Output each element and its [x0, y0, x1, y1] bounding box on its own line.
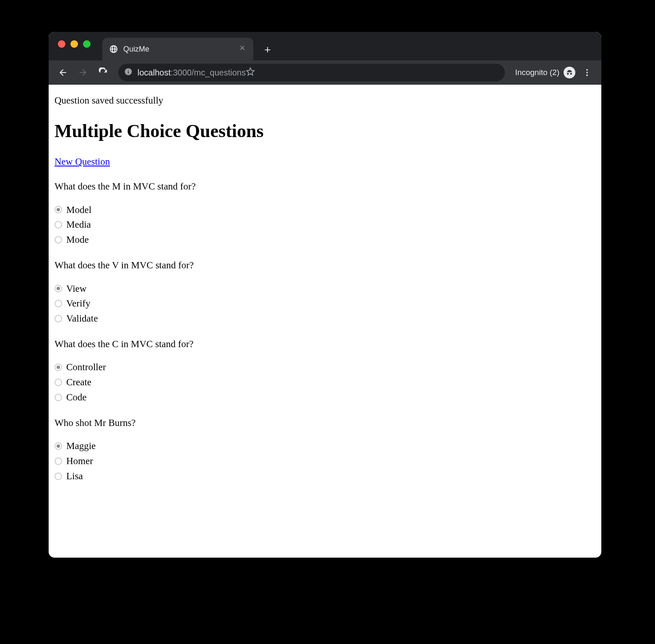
radio-icon[interactable]: [55, 206, 62, 213]
tab-close-button[interactable]: [239, 44, 247, 54]
window-minimize-button[interactable]: [70, 40, 78, 48]
url-path: :3000/mc_questions: [171, 68, 246, 78]
answer-option[interactable]: View: [55, 281, 595, 296]
svg-point-1: [586, 72, 588, 73]
browser-tab[interactable]: QuizMe: [102, 38, 253, 60]
answer-option[interactable]: Maggie: [55, 439, 595, 454]
answer-label: Homer: [66, 454, 93, 469]
window-maximize-button[interactable]: [83, 40, 91, 48]
titlebar: QuizMe +: [49, 32, 601, 60]
radio-icon[interactable]: [55, 394, 62, 401]
page-content: Question saved successfully Multiple Cho…: [49, 85, 601, 496]
question-text: What does the C in MVC stand for?: [55, 338, 595, 351]
answer-label: Lisa: [66, 469, 83, 484]
answer-label: Code: [66, 390, 87, 405]
question-text: Who shot Mr Burns?: [55, 416, 595, 429]
window-close-button[interactable]: [58, 40, 65, 48]
answer-label: Validate: [66, 311, 98, 326]
answer-option[interactable]: Mode: [55, 232, 595, 247]
answer-option[interactable]: Homer: [55, 454, 595, 469]
address-bar[interactable]: localhost:3000/mc_questions: [118, 64, 505, 81]
answer-label: Controller: [66, 360, 106, 375]
radio-icon[interactable]: [55, 221, 62, 229]
radio-icon[interactable]: [55, 379, 62, 386]
question-text: What does the V in MVC stand for?: [55, 259, 595, 272]
answer-option[interactable]: Controller: [55, 360, 595, 375]
answer-option[interactable]: Verify: [55, 296, 595, 311]
flash-message: Question saved successfully: [55, 94, 595, 107]
answer-label: Mode: [66, 232, 89, 247]
incognito-indicator[interactable]: Incognito (2): [515, 67, 575, 78]
answer-option[interactable]: Code: [55, 390, 595, 405]
forward-button[interactable]: [75, 64, 91, 81]
answer-option[interactable]: Model: [55, 203, 595, 218]
svg-point-0: [586, 69, 588, 71]
toolbar: localhost:3000/mc_questions Incognito (2…: [49, 60, 601, 85]
question-block: What does the V in MVC stand for?ViewVer…: [55, 259, 595, 326]
radio-icon[interactable]: [55, 364, 62, 371]
window-controls: [58, 40, 91, 48]
url-host: localhost: [138, 68, 171, 78]
radio-icon[interactable]: [55, 236, 62, 244]
radio-icon[interactable]: [55, 457, 62, 465]
answer-label: View: [66, 281, 86, 296]
answer-label: Verify: [66, 296, 90, 311]
radio-icon[interactable]: [55, 300, 62, 307]
question-block: What does the C in MVC stand for?Control…: [55, 338, 595, 405]
tab-title: QuizMe: [123, 45, 239, 54]
reload-button[interactable]: [95, 64, 112, 81]
question-block: Who shot Mr Burns?MaggieHomerLisa: [55, 416, 595, 483]
question-text: What does the M in MVC stand for?: [55, 180, 595, 193]
page-title: Multiple Choice Questions: [55, 119, 595, 143]
answer-label: Model: [66, 203, 91, 218]
answer-label: Maggie: [66, 439, 96, 454]
new-question-link[interactable]: New Question: [55, 156, 110, 167]
question-block: What does the M in MVC stand for?ModelMe…: [55, 180, 595, 247]
bookmark-star-icon[interactable]: [246, 67, 255, 78]
browser-menu-button[interactable]: [579, 64, 595, 81]
radio-icon[interactable]: [55, 285, 62, 292]
answer-option[interactable]: Lisa: [55, 469, 595, 484]
answer-label: Create: [66, 375, 91, 390]
globe-icon: [109, 44, 118, 54]
radio-icon[interactable]: [55, 442, 62, 450]
radio-icon[interactable]: [55, 473, 62, 480]
site-info-icon[interactable]: [124, 68, 138, 78]
new-tab-button[interactable]: +: [259, 41, 276, 58]
answer-option[interactable]: Validate: [55, 311, 595, 326]
answer-option[interactable]: Create: [55, 375, 595, 390]
back-button[interactable]: [55, 64, 71, 81]
svg-point-2: [586, 75, 588, 76]
incognito-icon: [564, 67, 575, 78]
radio-icon[interactable]: [55, 315, 62, 322]
answer-label: Media: [66, 217, 91, 232]
browser-window: QuizMe + localhost:3000/mc_questions: [49, 32, 601, 558]
incognito-label: Incognito (2): [515, 68, 559, 77]
answer-option[interactable]: Media: [55, 217, 595, 232]
